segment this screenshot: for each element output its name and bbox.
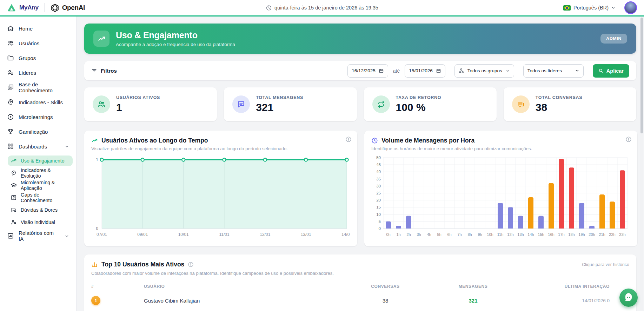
svg-text:0h: 0h (386, 232, 390, 237)
chart-title: Volume de Mensagens por Hora (381, 137, 474, 144)
dashboards-grid-icon (7, 143, 14, 150)
org-icon (459, 68, 464, 73)
sidebar-item-microlearning-aplicacao[interactable]: Microlearning & Aplicação (8, 180, 73, 191)
brazil-flag-icon (563, 5, 571, 11)
date-to-input[interactable]: 15/01/2026 (405, 64, 445, 78)
search-icon (598, 68, 604, 73)
col-usuario: USUÁRIO (144, 284, 341, 289)
sidebar-item-home[interactable]: Home (4, 23, 73, 34)
apply-button[interactable]: Aplicar (593, 64, 629, 78)
svg-text:6h: 6h (447, 232, 451, 237)
stats-row: USUÁRIOS ATIVOS 1 TOTAL MENSAGENS 321 (84, 87, 636, 121)
sidebar-item-uso-engajamento[interactable]: Uso & Engajamento (8, 156, 73, 166)
rank-badge: 1 (91, 296, 100, 305)
repeat-icon (372, 95, 390, 113)
chevron-down-icon (611, 6, 615, 10)
chevron-down-icon (65, 144, 69, 149)
topbar: MyAny OpenAI quinta-feira às 15 de janei… (0, 0, 644, 16)
sidebar-item-base-conhecimento[interactable]: Base de Conhecimento (4, 82, 73, 93)
svg-text:9h: 9h (478, 232, 482, 237)
sidebar-item-indicadores-skills[interactable]: Indicadores - Skills (4, 97, 73, 108)
svg-text:10/01: 10/01 (178, 232, 189, 237)
myany-logo[interactable]: MyAny (7, 3, 39, 12)
mensagens-value: 321 (429, 298, 517, 304)
knowledge-base-icon (7, 84, 14, 91)
svg-text:1h: 1h (396, 232, 400, 237)
conversas-value: 38 (341, 298, 429, 304)
svg-text:21h: 21h (599, 232, 605, 237)
date-from-input[interactable]: 16/12/2025 (347, 64, 388, 78)
stat-label: TAXA DE RETORNO (396, 95, 441, 100)
info-icon[interactable] (625, 136, 632, 143)
svg-text:15: 15 (376, 205, 381, 209)
graduation-cap-icon (11, 182, 17, 188)
myany-logo-icon (7, 3, 16, 12)
line-chart-canvas[interactable]: 0107/0109/0110/0111/0112/0113/0114/01 (91, 154, 350, 242)
language-label: Português (BR) (573, 5, 609, 11)
users-icon (93, 95, 110, 113)
sidebar-item-dashboards[interactable]: Dashboards (4, 141, 73, 152)
svg-text:10h: 10h (487, 232, 493, 237)
svg-text:3h: 3h (417, 232, 421, 237)
stat-value: 1 (116, 101, 160, 113)
calendar-icon (436, 68, 441, 73)
filters-label: Filtros (101, 68, 117, 74)
svg-text:4h: 4h (427, 232, 431, 237)
sidebar-item-relatorios-ia[interactable]: Relatórios com IA (4, 230, 73, 241)
sidebar-item-usuarios[interactable]: Usuários (4, 38, 73, 49)
sidebar-item-duvidas-dores[interactable]: Dúvidas & Dores (8, 205, 73, 215)
brand-name: MyAny (19, 4, 39, 11)
users-icon (7, 40, 14, 47)
help-square-icon (11, 194, 17, 201)
sidebar-item-visao-individual[interactable]: Visão Individual (8, 217, 73, 227)
svg-text:22h: 22h (609, 232, 615, 237)
sidebar-item-grupos[interactable]: Grupos (4, 52, 73, 64)
svg-text:12/01: 12/01 (260, 232, 270, 237)
sidebar: Home Usuários Grupos Líderes Base de Con… (0, 16, 77, 311)
sidebar-item-indicadores-evolucao[interactable]: Indicadores & Evolução (8, 168, 73, 178)
leader-icon (7, 69, 14, 76)
chat-widget-button[interactable] (619, 289, 638, 307)
svg-text:20h: 20h (589, 232, 595, 237)
info-icon[interactable] (345, 136, 352, 143)
info-icon[interactable] (188, 262, 194, 267)
language-selector[interactable]: Português (BR) (563, 5, 615, 11)
svg-text:17h: 17h (558, 232, 564, 237)
svg-text:20: 20 (376, 198, 381, 202)
chat-mascot-icon (624, 293, 633, 303)
svg-text:8h: 8h (467, 232, 472, 237)
view-history-hint[interactable]: Clique para ver histórico (582, 262, 629, 267)
openai-logo[interactable]: OpenAI (50, 3, 85, 13)
chart-title: Usuários Ativos ao Longo do Tempo (101, 137, 208, 144)
groups-dropdown[interactable]: Todos os grupos (454, 64, 514, 78)
leaders-select[interactable]: Todos os líderes (523, 64, 584, 78)
main-content: Uso & Engajamento Acompanhe a adoção e f… (77, 16, 644, 311)
datetime-display: quinta-feira às 15 de janeiro de 2026 às… (266, 0, 378, 15)
sidebar-item-microlearnings[interactable]: Microlearnings (4, 111, 73, 123)
table-title: Top 10 Usuários Mais Ativos (101, 261, 184, 268)
sidebar-item-gamificacao[interactable]: Gamificação (4, 126, 73, 137)
sidebar-item-lideres[interactable]: Líderes (4, 67, 73, 78)
bar-chart-canvas[interactable]: 051015202530354045500h1h2h3h4h5h6h7h8h9h… (371, 154, 630, 242)
svg-text:0: 0 (379, 226, 381, 231)
user-avatar[interactable] (624, 1, 637, 14)
folder-icon (7, 54, 14, 61)
page-subtitle: Acompanhe a adoção e frequência de uso d… (116, 42, 235, 47)
stat-label: TOTAL CONVERSAS (536, 95, 582, 100)
scrollbar-thumb[interactable] (640, 18, 643, 133)
svg-text:13h: 13h (517, 232, 524, 237)
table-row[interactable]: 1 Gustavo Cibim Kallajian 38 321 14/01/2… (91, 292, 629, 309)
svg-text:09/01: 09/01 (137, 232, 148, 237)
page-header-banner: Uso & Engajamento Acompanhe a adoção e f… (84, 24, 636, 54)
stat-value: 100 % (396, 101, 441, 113)
stat-value: 38 (536, 101, 582, 113)
svg-text:2h: 2h (406, 232, 411, 237)
scrollbar-track[interactable] (640, 18, 643, 310)
svg-text:10: 10 (376, 212, 381, 217)
home-icon (7, 25, 14, 32)
brand2-name: OpenAI (62, 4, 85, 12)
col-mensagens: MENSAGENS (429, 284, 517, 289)
admin-badge: ADMIN (600, 34, 627, 44)
stat-label: TOTAL MENSAGENS (256, 95, 303, 100)
sidebar-item-gaps-conhecimento[interactable]: Gaps de Conhecimento (8, 192, 73, 203)
